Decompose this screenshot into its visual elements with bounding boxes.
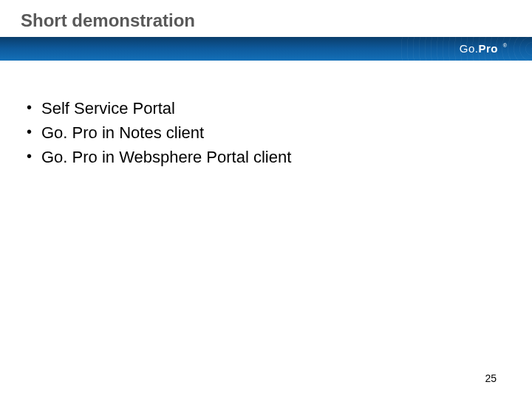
list-item: Go. Pro in Notes client: [24, 120, 532, 145]
list-item: Go. Pro in Websphere Portal client: [24, 145, 532, 169]
content-area: Self Service Portal Go. Pro in Notes cli…: [0, 61, 532, 169]
bullet-list: Self Service Portal Go. Pro in Notes cli…: [24, 96, 532, 169]
list-item: Self Service Portal: [24, 96, 532, 120]
brand-logo: Go.Pro: [460, 42, 498, 55]
header-bar: Go.Pro ®: [0, 37, 532, 61]
slide-title: Short demonstration: [21, 10, 532, 31]
brand-suffix: Pro: [478, 42, 498, 55]
title-area: Short demonstration: [0, 0, 532, 31]
brand-prefix: Go.: [460, 42, 479, 55]
brand-registered-icon: ®: [503, 43, 507, 48]
page-number: 25: [485, 372, 497, 384]
